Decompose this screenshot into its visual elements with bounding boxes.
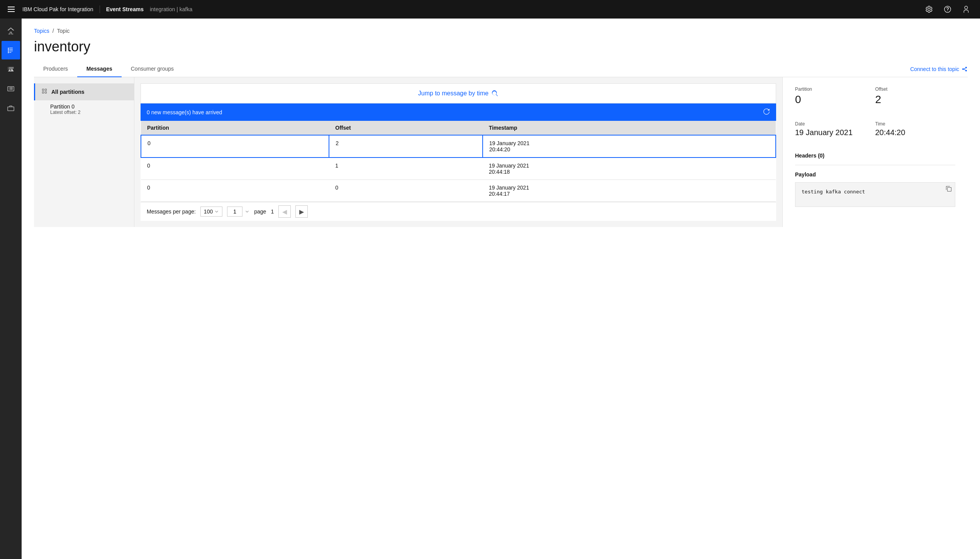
partition-0-detail: Latest offset: 2 [50, 110, 128, 115]
cell-timestamp: 19 January 202120:44:20 [483, 135, 776, 158]
date-field: Date 19 January 2021 [795, 121, 875, 137]
detail-divider [795, 165, 955, 165]
offset-value: 2 [875, 93, 956, 106]
cell-offset: 2 [329, 135, 483, 158]
page-label: page [254, 208, 266, 215]
cell-offset: 1 [329, 158, 483, 180]
tab-producers[interactable]: Producers [34, 61, 77, 77]
table-row[interactable]: 0 0 19 January 202120:44:17 [141, 180, 776, 202]
svg-point-0 [962, 68, 964, 70]
connect-icon [961, 66, 968, 72]
date-time-grid: Date 19 January 2021 Time 20:44:20 [795, 121, 955, 143]
date-value: 19 January 2021 [795, 128, 875, 137]
sidebar-item-topics[interactable] [2, 41, 20, 59]
breadcrumb: Topics / Topic [34, 28, 968, 34]
breadcrumb-topics-link[interactable]: Topics [34, 28, 49, 34]
detail-grid: Partition 0 Offset 2 [795, 86, 955, 112]
partition-value: 0 [795, 93, 875, 106]
messages-panel: Jump to message by time 0 new message(s)… [134, 77, 782, 227]
messages-table: Partition Offset Timestamp 0 2 19 Januar… [141, 121, 776, 202]
next-page-button[interactable]: ▶ [295, 205, 308, 218]
cell-partition: 0 [141, 180, 329, 202]
page-content: Topics / Topic inventory Producers Messa… [22, 19, 980, 236]
col-timestamp: Timestamp [483, 121, 776, 135]
chevron-down-icon [214, 209, 219, 214]
col-partition: Partition [141, 121, 329, 135]
left-sidebar [0, 19, 22, 559]
detail-panel: Partition 0 Offset 2 Date 19 January 202… [782, 77, 968, 227]
schema-icon [7, 85, 15, 93]
date-label: Date [795, 121, 875, 127]
sidebar-item-toolbox[interactable] [2, 99, 20, 117]
per-page-label: Messages per page: [147, 208, 196, 215]
grid-icon [41, 88, 47, 96]
breadcrumb-separator: / [53, 28, 54, 34]
all-partitions-label: All partitions [51, 89, 85, 95]
refresh-icon [763, 108, 770, 115]
user-button[interactable] [958, 2, 974, 17]
content-area: All partitions Partition 0 Latest offset… [34, 77, 968, 227]
topics-icon [7, 46, 15, 54]
cell-timestamp: 19 January 202120:44:18 [483, 158, 776, 180]
jump-label: Jump to message by time [418, 90, 488, 97]
toolbox-icon [7, 104, 15, 112]
table-row[interactable]: 0 2 19 January 202120:44:20 [141, 135, 776, 158]
new-messages-banner: 0 new message(s) have arrived [141, 103, 776, 121]
partition-field: Partition 0 [795, 86, 875, 106]
top-nav-icons [921, 2, 974, 17]
prev-page-button[interactable]: ◀ [278, 205, 291, 218]
top-nav: IBM Cloud Pak for Integration Event Stre… [0, 0, 980, 19]
instance-label: integration | kafka [150, 6, 192, 12]
table-row[interactable]: 0 1 19 January 202120:44:18 [141, 158, 776, 180]
cell-offset: 0 [329, 180, 483, 202]
partition-panel: All partitions Partition 0 Latest offset… [34, 77, 134, 227]
tab-consumer-groups[interactable]: Consumer groups [122, 61, 183, 77]
partition-0-item[interactable]: Partition 0 Latest offset: 2 [34, 100, 134, 118]
nav-divider [100, 5, 100, 13]
col-offset: Offset [329, 121, 483, 135]
page-control [227, 207, 249, 217]
jump-to-message-bar[interactable]: Jump to message by time [141, 83, 776, 103]
page-chevron-icon [245, 209, 249, 214]
copy-icon [946, 186, 952, 192]
page-number: 1 [271, 208, 274, 215]
page-title: inventory [34, 39, 968, 55]
connect-to-topic-link[interactable]: Connect to this topic [910, 61, 968, 77]
offset-field: Offset 2 [875, 86, 956, 106]
pagination-bar: Messages per page: 100 page 1 ◀ ▶ [141, 202, 776, 221]
partition-0-name: Partition 0 [50, 103, 128, 110]
time-value: 20:44:20 [875, 128, 956, 137]
time-field: Time 20:44:20 [875, 121, 956, 137]
search-icon [492, 90, 498, 97]
tabs-bar: Producers Messages Consumer groups Conne… [34, 61, 968, 77]
svg-point-1 [965, 67, 967, 68]
time-label: Time [875, 121, 956, 127]
all-partitions-item[interactable]: All partitions [34, 83, 134, 100]
home-icon [7, 27, 15, 35]
sidebar-item-home[interactable] [2, 22, 20, 40]
sidebar-item-monitoring[interactable] [2, 60, 20, 79]
partition-label: Partition [795, 86, 875, 92]
help-button[interactable] [940, 2, 955, 17]
brand-label: IBM Cloud Pak for Integration [22, 6, 93, 12]
help-icon [944, 5, 951, 13]
product-label: Event Streams [106, 6, 144, 12]
settings-button[interactable] [921, 2, 937, 17]
payload-box: testing kafka connect [795, 182, 955, 207]
payload-title: Payload [795, 171, 955, 178]
page-input[interactable] [227, 207, 242, 217]
offset-label: Offset [875, 86, 956, 92]
sidebar-item-schema[interactable] [2, 80, 20, 98]
gear-icon [925, 5, 933, 13]
headers-title: Headers (0) [795, 152, 955, 159]
cell-partition: 0 [141, 158, 329, 180]
hamburger-menu[interactable] [6, 5, 16, 14]
main-wrapper: Topics / Topic inventory Producers Messa… [22, 19, 980, 559]
new-messages-text: 0 new message(s) have arrived [147, 109, 222, 115]
per-page-select[interactable]: 100 [200, 207, 222, 217]
user-icon [962, 5, 970, 13]
cell-timestamp: 19 January 202120:44:17 [483, 180, 776, 202]
copy-payload-button[interactable] [946, 186, 952, 193]
tab-messages[interactable]: Messages [77, 61, 122, 77]
refresh-button[interactable] [763, 108, 770, 116]
